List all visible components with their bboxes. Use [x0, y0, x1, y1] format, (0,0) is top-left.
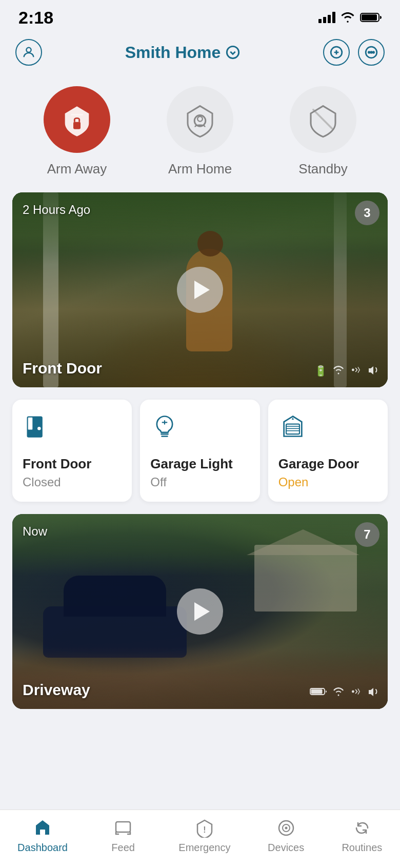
tab-emergency[interactable]: ! Emergency [178, 817, 230, 854]
driveway-badge: 7 [355, 522, 379, 547]
status-icons [318, 12, 382, 23]
svg-point-6 [368, 52, 370, 53]
garage-door-device-info: Garage Door Open [278, 456, 377, 489]
wifi-icon [341, 12, 355, 23]
more-button[interactable] [358, 39, 385, 66]
arm-home-label: Arm Home [168, 161, 232, 177]
garage-door-device-card[interactable]: Garage Door Open [268, 400, 388, 502]
svg-rect-25 [116, 822, 130, 832]
routines-icon [351, 817, 373, 839]
front-door-device-name: Front Door [23, 456, 122, 472]
svg-rect-24 [40, 830, 45, 835]
feed-tab-label: Feed [111, 842, 135, 854]
garage-light-device-status: Off [150, 475, 249, 489]
person-icon [22, 45, 36, 60]
driveway-battery-icon [310, 687, 327, 699]
tab-routines[interactable]: Routines [342, 817, 383, 854]
alarm-mode-arm-away[interactable]: Arm Away [44, 86, 110, 177]
arm-home-circle [167, 86, 233, 153]
alarm-modes: Arm Away Arm Home Standby [0, 76, 400, 192]
garage-icon-wrap [278, 412, 307, 441]
svg-point-16 [37, 427, 41, 430]
home-title-group[interactable]: Smith Home [125, 43, 241, 62]
garage-door-device-status: Open [278, 475, 377, 489]
garage-light-device-card[interactable]: Garage Light Off [140, 400, 259, 502]
driveway-wifi-icon [332, 687, 345, 699]
svg-point-3 [227, 46, 239, 58]
driveway-cam-status-icons [310, 687, 379, 699]
front-door-camera-card[interactable]: 2 Hours Ago 3 Front Door 🔋 [12, 192, 388, 387]
front-door-device-status: Closed [23, 475, 122, 489]
arm-away-circle [44, 86, 110, 153]
svg-line-12 [313, 110, 333, 129]
standby-circle [290, 86, 356, 153]
svg-rect-15 [28, 418, 33, 430]
front-door-label: Front Door [23, 360, 102, 377]
devices-icon [275, 817, 297, 839]
standby-icon [305, 101, 342, 138]
driveway-motion-icon [350, 687, 362, 699]
svg-rect-17 [286, 424, 299, 435]
profile-button[interactable] [15, 39, 42, 66]
garage-door-device-name: Garage Door [278, 456, 377, 472]
svg-point-29 [285, 827, 287, 830]
device-cards: Front Door Closed Garage Light Off [12, 400, 388, 502]
feed-icon [112, 817, 134, 839]
bulb-icon-wrap [150, 412, 179, 441]
svg-point-8 [373, 52, 374, 53]
svg-rect-1 [362, 14, 377, 21]
garage-door-icon [279, 413, 306, 440]
speaker-cam-icon [367, 365, 379, 377]
emergency-icon: ! [194, 817, 215, 839]
svg-point-13 [352, 368, 354, 371]
bulb-icon [151, 413, 178, 440]
front-door-badge: 3 [355, 201, 379, 225]
svg-point-7 [371, 52, 372, 53]
svg-point-2 [26, 48, 31, 52]
alarm-mode-standby[interactable]: Standby [290, 86, 356, 177]
devices-tab-label: Devices [268, 842, 304, 854]
front-door-play-button[interactable] [177, 267, 223, 313]
front-door-device-info: Front Door Closed [23, 456, 122, 489]
driveway-label: Driveway [23, 681, 90, 699]
driveway-timestamp: Now [23, 524, 47, 539]
svg-rect-9 [73, 122, 81, 129]
tab-devices[interactable]: Devices [266, 817, 307, 854]
signal-icon [318, 12, 335, 23]
svg-rect-22 [311, 689, 323, 694]
arm-away-label: Arm Away [47, 161, 107, 177]
front-door-timestamp: 2 Hours Ago [23, 203, 90, 217]
ellipsis-icon [365, 46, 378, 59]
status-bar: 2:18 [0, 0, 400, 31]
home-name: Smith Home [125, 43, 221, 62]
driveway-speaker-icon [367, 687, 379, 699]
driveway-camera-card[interactable]: Now 7 Driveway [12, 514, 388, 709]
front-door-cam-status-icons: 🔋 [314, 365, 379, 377]
status-time: 2:18 [18, 8, 53, 28]
add-button[interactable] [323, 39, 350, 66]
chevron-down-icon [226, 45, 240, 60]
arm-home-icon [182, 101, 218, 138]
svg-point-23 [352, 691, 354, 693]
tab-feed[interactable]: Feed [103, 817, 144, 854]
header: Smith Home [0, 31, 400, 76]
alarm-mode-arm-home[interactable]: Arm Home [167, 86, 233, 177]
battery-cam-icon: 🔋 [314, 365, 327, 377]
arm-away-icon [59, 102, 95, 137]
motion-cam-icon [350, 365, 362, 377]
plus-icon [330, 46, 343, 59]
tab-bar: Dashboard Feed ! Emergency [0, 810, 400, 868]
standby-label: Standby [298, 161, 347, 177]
wifi-cam-icon [332, 365, 345, 377]
dashboard-tab-label: Dashboard [17, 842, 68, 854]
garage-light-device-info: Garage Light Off [150, 456, 249, 489]
svg-text:!: ! [203, 825, 206, 834]
garage-light-device-name: Garage Light [150, 456, 249, 472]
svg-point-11 [197, 116, 203, 122]
emergency-tab-label: Emergency [178, 842, 230, 854]
battery-icon [360, 12, 382, 23]
dashboard-icon [32, 817, 53, 839]
driveway-play-button[interactable] [177, 588, 223, 635]
front-door-device-card[interactable]: Front Door Closed [12, 400, 132, 502]
tab-dashboard[interactable]: Dashboard [17, 817, 68, 854]
